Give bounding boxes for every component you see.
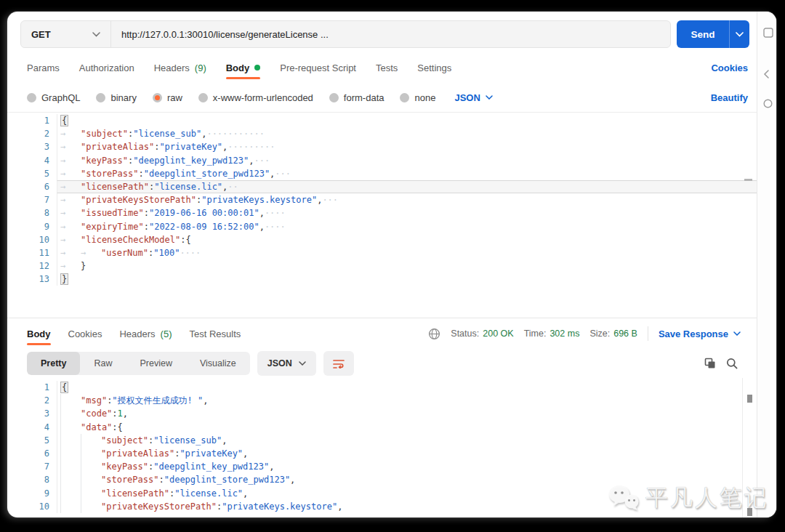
tab-label: Cookies (68, 329, 102, 339)
tab-body[interactable]: Body (226, 52, 261, 83)
tab-pre-request-script[interactable]: Pre-request Script (280, 52, 356, 83)
body-language-label: JSON (454, 92, 480, 103)
line-number: 7 (7, 193, 57, 206)
token-pun: : (158, 475, 164, 485)
circle-icon[interactable] (763, 99, 773, 108)
chevron-left-icon[interactable] (763, 70, 769, 78)
send-options-button[interactable] (729, 20, 749, 48)
response-tab-headers[interactable]: Headers(5) (119, 318, 172, 349)
line-number: 2 (7, 394, 57, 407)
response-body-editor[interactable]: 1{2"msg": "授权文件生成成功! ",3"code": 1,4"data… (7, 378, 757, 517)
save-response-label: Save Response (659, 329, 728, 339)
panel-icon[interactable] (763, 28, 773, 38)
view-visualize[interactable]: Visualize (186, 352, 250, 375)
code-line: 4→"keyPass": "deepglint_key_pwd123",··· (7, 154, 757, 167)
code-line: 6"privateAlias": "privateKey", (7, 447, 757, 460)
view-pretty[interactable]: Pretty (27, 352, 80, 375)
code-content: "subject": "license_sub", (57, 434, 757, 447)
token-str: "privateKeys.keystore" (201, 195, 317, 205)
request-bar: GET http://127.0.0.1:30010/license/gener… (20, 20, 749, 48)
code-content: { (57, 381, 757, 394)
line-number: 10 (7, 500, 57, 513)
body-type-graphql[interactable]: GraphQL (27, 92, 80, 103)
code-content: "privateKeysStorePath": "privateKeys.key… (57, 500, 757, 513)
token-pun: : (148, 248, 153, 258)
response-scrollbar[interactable] (742, 378, 757, 517)
token-ws: ·· (228, 182, 238, 192)
view-preview[interactable]: Preview (126, 352, 185, 375)
tab-whitespace-icon: → (60, 222, 81, 232)
token-key: "privateAlias" (101, 448, 174, 459)
token-pun: : (112, 422, 117, 432)
line-number: 3 (7, 407, 57, 420)
tab-whitespace-icon: → (81, 248, 101, 258)
body-type-binary[interactable]: binary (96, 92, 136, 103)
tab-tests[interactable]: Tests (376, 52, 398, 83)
token-key: "privateKeysStorePath" (81, 195, 196, 205)
response-language-label: JSON (267, 358, 292, 368)
code-line: 3"code": 1, (7, 407, 757, 420)
code-content: →"issuedTime": "2019-06-16 00:00:01",···… (57, 206, 757, 219)
body-type-x-www-form-urlencoded[interactable]: x-www-form-urlencoded (198, 92, 313, 103)
size-label: Size: (589, 329, 610, 339)
response-tab-test-results[interactable]: Test Results (190, 318, 241, 349)
tab-params[interactable]: Params (27, 52, 60, 83)
tab-whitespace-icon: → (60, 195, 81, 205)
time-value: 302 ms (550, 329, 579, 339)
tab-whitespace-icon: → (60, 261, 81, 271)
code-content: →"subject": "license_sub",··········· (57, 127, 757, 140)
line-number: 10 (7, 233, 57, 246)
code-content: →"licenseCheckModel": { (57, 233, 757, 246)
cookies-link[interactable]: Cookies (711, 63, 748, 73)
tab-label: Headers (154, 63, 190, 73)
code-content: →"privateKeysStorePath": "privateKeys.ke… (57, 193, 757, 206)
copy-icon (704, 358, 716, 369)
line-number: 4 (7, 421, 57, 434)
search-icon (726, 358, 738, 369)
send-button[interactable]: Send (677, 20, 749, 48)
body-type-form-data[interactable]: form-data (329, 92, 385, 103)
save-response-button[interactable]: Save Response (659, 329, 741, 339)
token-ws: ···· (180, 248, 201, 258)
body-type-raw[interactable]: raw (153, 92, 182, 103)
response-language-select[interactable]: JSON (257, 351, 316, 376)
code-content: →"licensePath": "license.lic",·· (57, 180, 757, 193)
tab-settings[interactable]: Settings (417, 52, 451, 83)
token-pun: : (112, 408, 117, 419)
radio-x-www-form-urlencoded-icon (198, 93, 208, 102)
scrollbar-thumb[interactable] (747, 395, 752, 403)
radio-binary-icon (96, 93, 105, 102)
response-header: BodyCookiesHeaders(5)Test Results Status… (7, 318, 757, 349)
method-select[interactable]: GET (21, 21, 111, 47)
tab-headers[interactable]: Headers(9) (154, 52, 206, 83)
request-body-editor[interactable]: 1{2→"subject": "license_sub",···········… (7, 112, 757, 318)
line-number: 5 (7, 167, 57, 180)
status-label: Status: (451, 329, 479, 339)
beautify-link[interactable]: Beautify (711, 92, 748, 103)
indent-guide (81, 487, 101, 500)
body-language-select[interactable]: JSON (454, 92, 492, 103)
search-button[interactable] (726, 358, 738, 369)
token-brace: { (60, 115, 68, 126)
scrollbar-thumb[interactable] (747, 508, 752, 516)
wrap-text-button[interactable] (323, 351, 354, 376)
tab-authorization[interactable]: Authorization (79, 52, 134, 83)
url-input[interactable]: http://127.0.0.1:30010/license/generateL… (111, 21, 670, 47)
code-content: →"storePass": "deepglint_store_pwd123",·… (57, 167, 757, 180)
body-type-row: GraphQLbinaryrawx-www-form-urlencodedfor… (27, 83, 748, 112)
time-pair: Time: 302 ms (524, 329, 580, 339)
token-pun: , (201, 129, 206, 139)
view-raw[interactable]: Raw (80, 352, 126, 375)
code-line: 1{ (7, 114, 757, 127)
body-type-none[interactable]: none (400, 92, 435, 103)
line-number: 3 (7, 140, 57, 153)
chevron-down-icon (486, 95, 493, 100)
status-pair: Status: 200 OK (451, 329, 513, 339)
response-tab-cookies[interactable]: Cookies (68, 318, 102, 349)
token-pun: : (148, 435, 153, 446)
copy-button[interactable] (704, 358, 716, 369)
token-key: "licenseCheckModel" (81, 235, 180, 245)
tab-whitespace-icon: → (60, 142, 81, 152)
code-content: "data": { (57, 421, 757, 434)
response-tab-body[interactable]: Body (27, 318, 51, 349)
